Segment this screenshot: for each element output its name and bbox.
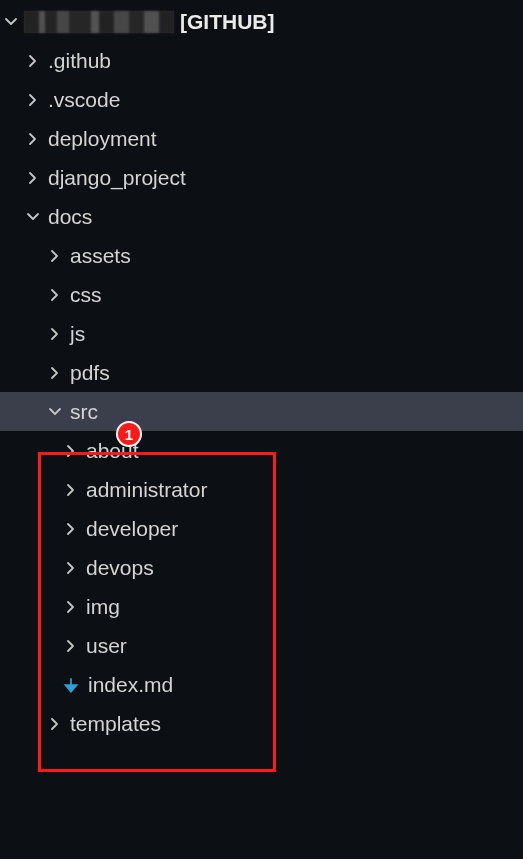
folder-css[interactable]: css — [0, 275, 523, 314]
chevron-right-icon — [62, 560, 80, 576]
folder-docs[interactable]: docs — [0, 197, 523, 236]
chevron-right-icon — [46, 326, 64, 342]
github-tag: [GITHUB] — [180, 10, 274, 34]
folder-label: devops — [86, 556, 154, 580]
folder-js[interactable]: js — [0, 314, 523, 353]
chevron-right-icon — [62, 521, 80, 537]
folder-label: src — [70, 400, 98, 424]
folder-label: docs — [48, 205, 92, 229]
chevron-right-icon — [46, 365, 64, 381]
folder-devops[interactable]: devops — [0, 548, 523, 587]
chevron-right-icon — [24, 92, 42, 108]
file-explorer-tree: [GITHUB] .github .vscode deployment djan… — [0, 0, 523, 743]
folder-label: administrator — [86, 478, 207, 502]
redacted-project-name — [24, 11, 174, 33]
chevron-right-icon — [62, 443, 80, 459]
folder-label: pdfs — [70, 361, 110, 385]
folder-about[interactable]: about — [0, 431, 523, 470]
root-folder[interactable]: [GITHUB] — [0, 2, 523, 41]
folder-label: assets — [70, 244, 131, 268]
folder-vscode[interactable]: .vscode — [0, 80, 523, 119]
folder-label: js — [70, 322, 85, 346]
chevron-down-icon — [46, 404, 64, 420]
folder-github[interactable]: .github — [0, 41, 523, 80]
folder-src[interactable]: src — [0, 392, 523, 431]
chevron-right-icon — [46, 716, 64, 732]
folder-label: django_project — [48, 166, 186, 190]
chevron-right-icon — [62, 482, 80, 498]
folder-label: .github — [48, 49, 111, 73]
chevron-down-icon — [2, 14, 20, 30]
chevron-down-icon — [24, 209, 42, 225]
chevron-right-icon — [24, 53, 42, 69]
folder-administrator[interactable]: administrator — [0, 470, 523, 509]
chevron-right-icon — [62, 599, 80, 615]
folder-assets[interactable]: assets — [0, 236, 523, 275]
chevron-right-icon — [46, 248, 64, 264]
folder-django-project[interactable]: django_project — [0, 158, 523, 197]
markdown-file-icon — [60, 676, 82, 694]
file-label: index.md — [88, 673, 173, 697]
folder-label: developer — [86, 517, 178, 541]
chevron-right-icon — [24, 131, 42, 147]
file-index-md[interactable]: index.md — [0, 665, 523, 704]
folder-img[interactable]: img — [0, 587, 523, 626]
chevron-right-icon — [24, 170, 42, 186]
folder-label: css — [70, 283, 102, 307]
folder-label: templates — [70, 712, 161, 736]
folder-pdfs[interactable]: pdfs — [0, 353, 523, 392]
chevron-right-icon — [46, 287, 64, 303]
folder-label: user — [86, 634, 127, 658]
folder-deployment[interactable]: deployment — [0, 119, 523, 158]
folder-label: about — [86, 439, 139, 463]
folder-templates[interactable]: templates — [0, 704, 523, 743]
folder-label: deployment — [48, 127, 157, 151]
folder-user[interactable]: user — [0, 626, 523, 665]
folder-label: .vscode — [48, 88, 120, 112]
chevron-right-icon — [62, 638, 80, 654]
folder-label: img — [86, 595, 120, 619]
folder-developer[interactable]: developer — [0, 509, 523, 548]
